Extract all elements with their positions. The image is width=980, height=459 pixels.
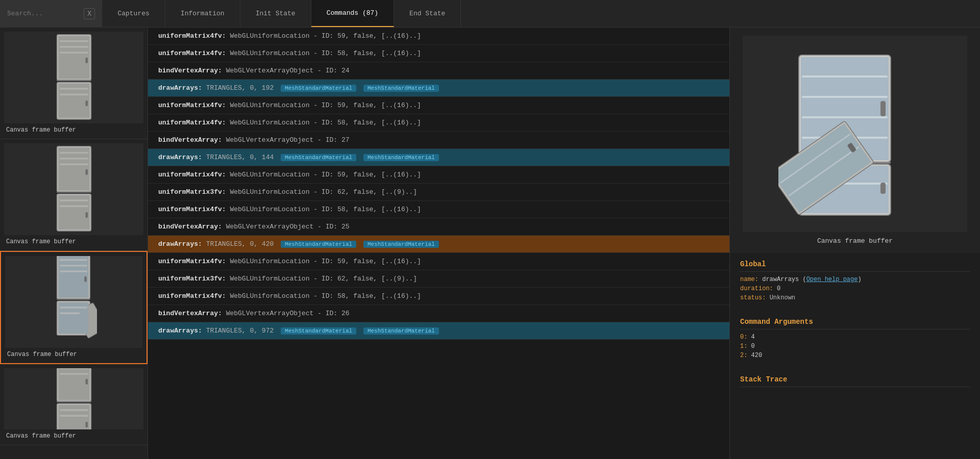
arg-index-1: 1: [740, 343, 747, 350]
cmd-key: uniformMatrix4fv: [158, 32, 226, 40]
svg-rect-8 [59, 46, 88, 47]
cmd-key: drawArrays: [158, 84, 202, 92]
cmd-row-18[interactable]: drawArrays: TRIANGLES, 0, 972 MeshStanda… [148, 322, 729, 340]
tag-mesh-4a[interactable]: MeshStandardMaterial [281, 327, 356, 335]
frame-label-2: Canvas frame buffer [4, 235, 143, 246]
arg-index-2: 2: [740, 352, 747, 359]
tag-mesh-2b[interactable]: MeshStandardMaterial [363, 154, 439, 161]
tag-mesh-4b[interactable]: MeshStandardMaterial [363, 327, 439, 335]
cmd-val: WebGLVertexArrayObject - ID: 27 [226, 136, 350, 144]
svg-rect-45 [59, 373, 88, 374]
global-status-row: status: Unknown [740, 294, 970, 301]
cmd-val: WebGLUniformLocation - ID: 58, false, [.… [230, 292, 421, 300]
cmd-row-10[interactable]: uniformMatrix3fv: WebGLUniformLocation -… [148, 184, 729, 201]
frame-item-3[interactable]: Canvas frame buffer [0, 251, 148, 364]
tab-captures[interactable]: Captures [102, 0, 165, 27]
cmd-val: WebGLUniformLocation - ID: 59, false, [.… [230, 32, 421, 40]
tag-mesh-3a[interactable]: MeshStandardMaterial [281, 241, 356, 248]
tag-mesh-1a[interactable]: MeshStandardMaterial [281, 85, 356, 92]
cmd-key: uniformMatrix4fv: [158, 171, 226, 178]
cmd-row-12[interactable]: bindVertexArray: WebGLVertexArrayObject … [148, 218, 729, 236]
svg-rect-2 [58, 36, 89, 79]
cmd-row-3[interactable]: bindVertexArray: WebGLVertexArrayObject … [148, 62, 729, 80]
global-name-value: drawArrays [762, 276, 799, 283]
svg-rect-58 [880, 101, 886, 116]
global-duration-row: duration: 0 [740, 285, 970, 292]
svg-rect-9 [59, 52, 88, 53]
cmd-val: WebGLUniformLocation - ID: 58, false, [.… [230, 49, 421, 57]
cmd-row-8[interactable]: drawArrays: TRIANGLES, 0, 144 MeshStanda… [148, 149, 729, 166]
svg-rect-42 [85, 422, 88, 427]
svg-rect-6 [85, 100, 88, 106]
cmd-row-16[interactable]: uniformMatrix4fv: WebGLUniformLocation -… [148, 288, 729, 305]
svg-rect-47 [59, 415, 88, 417]
tab-information[interactable]: Information [165, 0, 240, 27]
cmd-row-5[interactable]: uniformMatrix4fv: WebGLUniformLocation -… [148, 97, 729, 114]
cmd-row-9[interactable]: uniformMatrix4fv: WebGLUniformLocation -… [148, 166, 729, 184]
top-nav: X Captures Information Init State Comman… [0, 0, 980, 28]
cmd-row-6[interactable]: uniformMatrix4fv: WebGLUniformLocation -… [148, 114, 729, 132]
svg-rect-46 [59, 409, 88, 411]
cmd-key: drawArrays: [158, 240, 202, 248]
cmd-key: drawArrays: [158, 327, 202, 335]
svg-rect-5 [85, 58, 88, 63]
search-close-button[interactable]: X [84, 8, 95, 19]
frame-item-2[interactable]: Canvas frame buffer [0, 139, 148, 251]
tag-mesh-2a[interactable]: MeshStandardMaterial [281, 154, 356, 161]
cmd-val: WebGLUniformLocation - ID: 59, false, [.… [230, 258, 421, 265]
cmd-key: uniformMatrix4fv: [158, 258, 226, 265]
main-layout: Canvas frame buffer [0, 28, 980, 459]
frame-item-4[interactable]: Canvas frame buffer [0, 364, 148, 445]
preview-label: Canvas frame buffer [817, 237, 893, 245]
search-area: X [0, 0, 102, 27]
cmd-key: bindVertexArray: [158, 67, 222, 74]
cmd-val: TRIANGLES, 0, 192 [206, 84, 274, 92]
cmd-row-1[interactable]: uniformMatrix4fv: WebGLUniformLocation -… [148, 28, 729, 45]
svg-rect-23 [59, 206, 88, 207]
preview-area: Canvas frame buffer [730, 28, 980, 253]
cmd-row-15[interactable]: uniformMatrix3fv: WebGLUniformLocation -… [148, 270, 729, 288]
search-input[interactable] [7, 10, 79, 17]
cmd-val: TRIANGLES, 0, 420 [206, 240, 274, 248]
frame-label-4: Canvas frame buffer [4, 429, 143, 441]
cmd-row-4[interactable]: drawArrays: TRIANGLES, 0, 192 MeshStanda… [148, 80, 729, 97]
tab-end-state[interactable]: End State [394, 0, 461, 27]
cmd-val: TRIANGLES, 0, 144 [206, 154, 274, 161]
cmd-row-14[interactable]: uniformMatrix4fv: WebGLUniformLocation -… [148, 253, 729, 270]
svg-rect-7 [59, 40, 88, 42]
cmd-row-7[interactable]: bindVertexArray: WebGLVertexArrayObject … [148, 132, 729, 149]
cmd-row-13[interactable]: drawArrays: TRIANGLES, 0, 420 MeshStanda… [148, 236, 729, 253]
cmd-row-11[interactable]: uniformMatrix4fv: WebGLUniformLocation -… [148, 201, 729, 218]
global-status-key: status: [740, 294, 766, 301]
cmd-val: WebGLUniformLocation - ID: 59, false, [.… [230, 101, 421, 109]
tab-commands[interactable]: Commands (87) [311, 0, 394, 27]
frame-thumb-1 [4, 32, 143, 123]
svg-rect-39 [58, 405, 89, 429]
cmd-val: WebGLUniformLocation - ID: 62, false, [.… [230, 275, 417, 283]
cmd-val: WebGLVertexArrayObject - ID: 24 [226, 67, 350, 74]
global-duration-value: 0 [777, 285, 780, 292]
frame-item-1[interactable]: Canvas frame buffer [0, 28, 148, 139]
tab-init-state[interactable]: Init State [240, 0, 311, 27]
cmd-key: uniformMatrix4fv: [158, 49, 226, 57]
cmd-row-2[interactable]: uniformMatrix4fv: WebGLUniformLocation -… [148, 45, 729, 62]
svg-rect-41 [85, 379, 88, 385]
global-section: Global name: drawArrays (Open help page)… [730, 253, 980, 311]
svg-rect-54 [802, 116, 888, 118]
cmd-val: WebGLVertexArrayObject - ID: 25 [226, 223, 350, 231]
preview-box [743, 36, 967, 232]
svg-rect-53 [802, 96, 888, 98]
arg-row-0: 0: 4 [740, 334, 970, 341]
tag-mesh-1b[interactable]: MeshStandardMaterial [363, 85, 439, 92]
command-args-title: Command Arguments [740, 318, 970, 329]
svg-rect-10 [59, 88, 88, 89]
global-help-link[interactable]: Open help page [806, 276, 858, 283]
global-name-row: name: drawArrays (Open help page) [740, 276, 970, 283]
cmd-row-17[interactable]: bindVertexArray: WebGLVertexArrayObject … [148, 305, 729, 322]
stack-trace-title: Stack Trace [740, 375, 970, 387]
svg-rect-11 [59, 94, 88, 95]
tag-mesh-3b[interactable]: MeshStandardMaterial [363, 241, 439, 248]
cmd-key: uniformMatrix3fv: [158, 275, 226, 283]
arg-value-2: 420 [751, 352, 763, 359]
cmd-val: WebGLUniformLocation - ID: 59, false, [.… [230, 171, 421, 178]
